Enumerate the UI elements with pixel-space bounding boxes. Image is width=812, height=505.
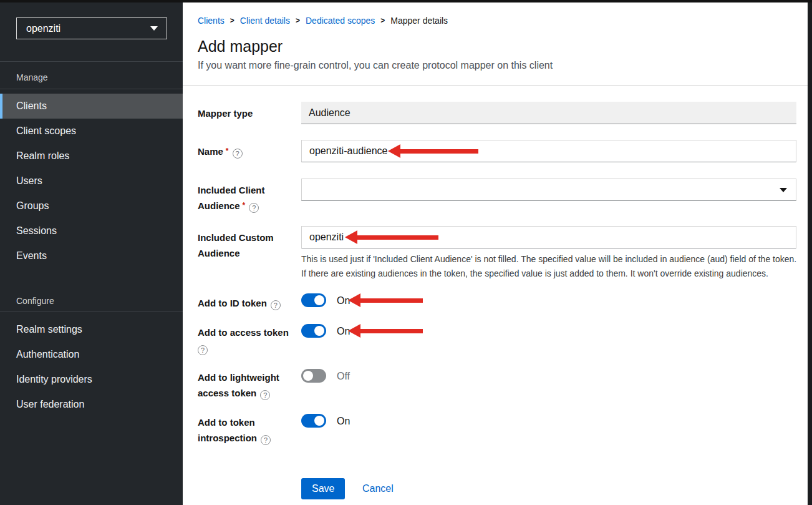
sidebar-item-events[interactable]: Events — [0, 243, 183, 268]
add-to-id-token-toggle[interactable] — [301, 293, 326, 307]
add-to-access-token-toggle[interactable] — [301, 324, 326, 338]
name-label: Name*? — [198, 144, 301, 159]
sidebar-divider — [0, 61, 183, 62]
required-marker: * — [226, 147, 229, 155]
add-to-introspection-label: Add to token introspection? — [198, 414, 301, 446]
toggle-knob — [314, 326, 324, 336]
sidebar-item-sessions[interactable]: Sessions — [0, 218, 183, 243]
included-client-audience-select[interactable] — [301, 179, 796, 201]
sidebar-item-client-scopes[interactable]: Client scopes — [0, 119, 183, 144]
name-input[interactable] — [301, 140, 796, 162]
save-button[interactable]: Save — [301, 478, 345, 499]
nav-manage-list: Clients Client scopes Realm roles Users … — [0, 94, 183, 268]
sidebar-item-clients[interactable]: Clients — [0, 94, 183, 119]
breadcrumb-dedicated-scopes[interactable]: Dedicated scopes — [306, 16, 375, 26]
sidebar-item-authentication[interactable]: Authentication — [0, 342, 183, 367]
mapper-type-field: Audience — [301, 102, 796, 124]
cancel-button[interactable]: Cancel — [362, 483, 394, 494]
nav-configure-list: Realm settings Authentication Identity p… — [0, 317, 183, 417]
realm-selector[interactable]: openziti — [16, 17, 167, 39]
help-icon[interactable]: ? — [261, 435, 271, 445]
realm-selector-value: openziti — [26, 23, 150, 34]
add-to-id-token-state: On — [337, 295, 350, 306]
included-client-audience-label: Included Client Audience*? — [198, 182, 301, 213]
sidebar-item-identity-providers[interactable]: Identity providers — [0, 367, 183, 392]
breadcrumb-mapper-details: Mapper details — [390, 16, 448, 26]
sidebar-divider — [0, 311, 183, 312]
add-to-access-token-label: Add to access token ? — [198, 325, 301, 356]
mapper-type-label: Mapper type — [198, 105, 301, 121]
breadcrumb: Clients > Client details > Dedicated sco… — [198, 16, 448, 26]
breadcrumb-client-details[interactable]: Client details — [240, 16, 290, 26]
chevron-down-icon — [150, 26, 158, 31]
breadcrumb-clients[interactable]: Clients — [198, 16, 225, 26]
help-icon[interactable]: ? — [249, 203, 259, 213]
scrollbar[interactable] — [808, 2, 812, 505]
help-icon[interactable]: ? — [198, 345, 208, 355]
add-to-lightweight-toggle[interactable] — [301, 369, 326, 383]
sidebar-divider — [0, 89, 183, 89]
add-to-access-token-state: On — [337, 326, 350, 337]
add-to-introspection-toggle[interactable] — [301, 414, 326, 428]
page-title: Add mapper — [198, 37, 283, 56]
annotation-arrow — [348, 293, 423, 307]
included-custom-audience-input[interactable] — [301, 226, 796, 248]
sidebar-item-users[interactable]: Users — [0, 169, 183, 194]
add-to-lightweight-label: Add to lightweight access token? — [198, 370, 301, 401]
chevron-down-icon — [780, 188, 787, 192]
sidebar-item-user-federation[interactable]: User federation — [0, 392, 183, 417]
breadcrumb-separator-icon: > — [380, 16, 385, 25]
sidebar: openziti Manage Clients Client scopes Re… — [0, 2, 183, 505]
main-content: Clients > Client details > Dedicated sco… — [183, 2, 808, 505]
sidebar-item-groups[interactable]: Groups — [0, 194, 183, 218]
sidebar-item-realm-settings[interactable]: Realm settings — [0, 317, 183, 342]
annotation-arrow — [348, 324, 423, 338]
app-window: openziti Manage Clients Client scopes Re… — [0, 0, 812, 505]
page-subtitle: If you want more fine-grain control, you… — [198, 60, 553, 71]
toggle-knob — [314, 295, 324, 305]
mapper-type-value: Audience — [309, 107, 350, 119]
included-custom-audience-help: This is used just if 'Included Client Au… — [301, 252, 800, 281]
breadcrumb-separator-icon: > — [296, 16, 300, 25]
required-marker: * — [243, 201, 246, 210]
help-icon[interactable]: ? — [271, 300, 281, 310]
toggle-knob — [303, 371, 313, 381]
toggle-knob — [314, 416, 324, 426]
add-to-introspection-state: On — [337, 416, 350, 427]
help-icon[interactable]: ? — [260, 390, 270, 400]
nav-group-manage-label: Manage — [16, 72, 48, 82]
nav-group-configure-label: Configure — [16, 296, 54, 306]
sidebar-item-realm-roles[interactable]: Realm roles — [0, 144, 183, 169]
included-custom-audience-label: Included Custom Audience — [198, 230, 301, 261]
help-icon[interactable]: ? — [233, 149, 243, 159]
header-divider — [183, 85, 808, 86]
breadcrumb-separator-icon: > — [230, 16, 234, 25]
add-to-id-token-label: Add to ID token? — [198, 295, 301, 311]
add-to-lightweight-state: Off — [337, 371, 350, 382]
